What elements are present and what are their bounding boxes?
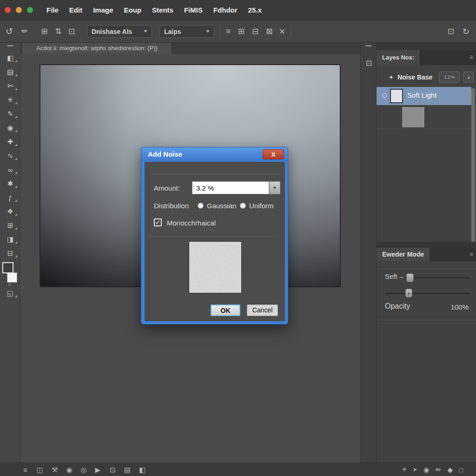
close-icon[interactable]: × [279,26,285,37]
slider-knob[interactable] [406,273,414,282]
status-counter-icon[interactable]: ≡ [23,466,27,473]
lasso-tool[interactable]: ✄ [0,79,20,93]
expand-panel-icon[interactable]: ⊡ [361,55,377,71]
menu-fdhdor[interactable]: Fdhdor [212,4,238,16]
healing-tool-icon: ✚ [7,138,13,146]
refresh-icon[interactable]: ↻ [463,27,469,36]
frame-icon[interactable]: ⊡ [110,466,116,473]
document-tab-bar: Acdot ii: miegtenolt: wiphs ahedstrestio… [20,43,360,54]
shape-tool[interactable]: ⊞ [0,218,20,232]
layer-group-label: Noise Base [397,73,432,81]
clone-stamp-tool[interactable]: ∞ [0,163,20,177]
panel-scrollbar[interactable] [471,88,475,242]
panel-grid-icon[interactable]: ▤ [124,466,131,473]
list-align-icon[interactable]: ≡ [226,27,231,35]
gaussian-radio[interactable] [198,203,204,209]
book-icon[interactable]: ◧ [139,466,145,473]
blend-tab-row: Eweder Mode ≡ [377,248,476,261]
slider-track[interactable] [404,277,469,278]
wrench-icon[interactable]: ⚒ [52,466,58,473]
quick-selection-tool-icon: ✳ [7,96,13,104]
camera-icon[interactable]: ◉ [66,466,72,473]
marquee-tool[interactable]: ▤ [0,65,20,79]
zoom-frame-tool[interactable]: ◱ [0,286,20,300]
document-tab[interactable]: Acdot ii: miegtenolt: wiphs ahedstrestio… [22,43,172,54]
slider-track[interactable] [385,293,469,294]
layer-thumbnail[interactable] [402,106,425,128]
layer-thumbnail[interactable] [390,89,403,103]
draw-icon[interactable]: ✏ [436,466,442,473]
menu-edit[interactable]: Edit [68,4,83,16]
ok-button[interactable]: OK [211,304,240,316]
tab-blend-mode[interactable]: Eweder Mode [377,248,430,261]
layer-row-selected[interactable]: Soft Light [377,87,471,105]
layer-lock-button[interactable]: 1.2 % [439,72,460,83]
healing-tool[interactable]: ✚ [0,135,20,149]
menu-items: File Edit Image Eoup Stents FiMIS Fdhdor… [46,4,271,16]
brush-stroke-tool[interactable]: ∿ [0,149,20,163]
cancel-button[interactable]: Cancel [247,304,278,316]
briefcase-icon[interactable]: ◆ [447,466,453,473]
panel-menu-icon[interactable]: ≡ [469,53,473,61]
panel-subtract-icon[interactable]: ⊟ [252,27,258,35]
menu-stents[interactable]: Stents [151,4,174,16]
close-window-button[interactable] [5,7,11,13]
brush-icon[interactable]: ✏ [21,27,28,35]
pen-tool[interactable]: ƒ [0,191,20,205]
link-nodes-icon[interactable]: ✳ [402,467,407,472]
distribution-label: Distribution [154,202,189,210]
amount-dropdown-button[interactable] [269,181,280,194]
slider-knob[interactable]: ▲ [405,289,412,298]
dialog-close-button[interactable]: X [263,149,284,159]
zoom-window-button[interactable] [27,7,33,13]
panel-flag-icon[interactable]: ⊠ [266,27,272,35]
swap-arrows-icon[interactable]: ⇅ [55,27,61,35]
uniform-radio[interactable] [240,203,246,209]
panel-menu-icon[interactable]: ≡ [469,251,473,258]
layer-triangle-button[interactable]: ▲ [463,72,474,83]
panel-handle[interactable] [365,45,372,46]
menu-version[interactable]: 25.x [247,4,263,16]
square-icon[interactable]: □ [459,466,463,473]
menu-image[interactable]: Image [92,4,114,16]
layers-menu-icon[interactable]: ⊡ [68,27,75,35]
history-brush-tool[interactable]: ✱ [0,177,20,191]
minimize-window-button[interactable] [16,7,22,13]
tab-layers[interactable]: Layes Nos: [377,50,420,65]
layer-row[interactable] [377,105,471,129]
swap-colors-icon[interactable] [8,284,11,286]
visibility-toggle-icon[interactable] [382,93,387,98]
quick-selection-tool[interactable]: ✳ [0,93,20,107]
globe-icon[interactable]: ◎ [81,466,87,473]
clone-stamp-tool-icon: ∞ [8,166,13,174]
gradient-tool[interactable]: ❖ [0,205,20,218]
background-color-swatch[interactable] [7,272,17,283]
brush-preset-dropdown[interactable]: Dnishase Als [87,25,152,38]
menu-file[interactable]: File [46,4,60,16]
move-tool[interactable]: ◧ [0,51,20,65]
opacity-value[interactable]: 100% [451,303,469,311]
eyedropper-tool[interactable]: ◉ [0,121,20,135]
panel-handle[interactable] [7,45,13,46]
menu-eoup[interactable]: Eoup [123,4,143,16]
text-frame-tool[interactable]: ⊟ [0,246,20,260]
share-arrow-icon[interactable]: ➤ [413,467,417,472]
paste-board-icon[interactable]: ⊞ [41,27,47,35]
history-brush-tool-icon: ✱ [7,179,13,188]
undo-icon[interactable]: ↺ [6,27,13,36]
foreground-color-swatch[interactable] [2,262,13,273]
help-circle-icon[interactable]: ◉ [423,466,430,473]
workspace-icon[interactable]: ⊡ [448,27,454,35]
amount-input[interactable] [192,181,269,194]
crop-tool[interactable]: ✎ [0,107,20,121]
panel-add-icon[interactable]: ⊞ [238,27,245,35]
monochromatic-checkbox[interactable]: ✓ [154,218,162,226]
image-thumb-icon[interactable]: ◫ [37,466,43,473]
menu-fimis[interactable]: FiMIS [183,4,204,16]
eraser-tool[interactable]: ◨ [0,232,20,246]
color-swatches[interactable] [0,261,20,286]
play-icon[interactable]: ▶ [95,466,101,473]
layer-group-row[interactable]: ✦ Noise Base 1.2 % ▲ [377,70,476,85]
mode-dropdown[interactable]: Laips [159,25,214,38]
options-bar: ↺ ✏ ⊞ ⇅ ⊡ Dnishase Als Laips ≡ ⊞ ⊟ ⊠ × ⊡… [0,20,476,43]
